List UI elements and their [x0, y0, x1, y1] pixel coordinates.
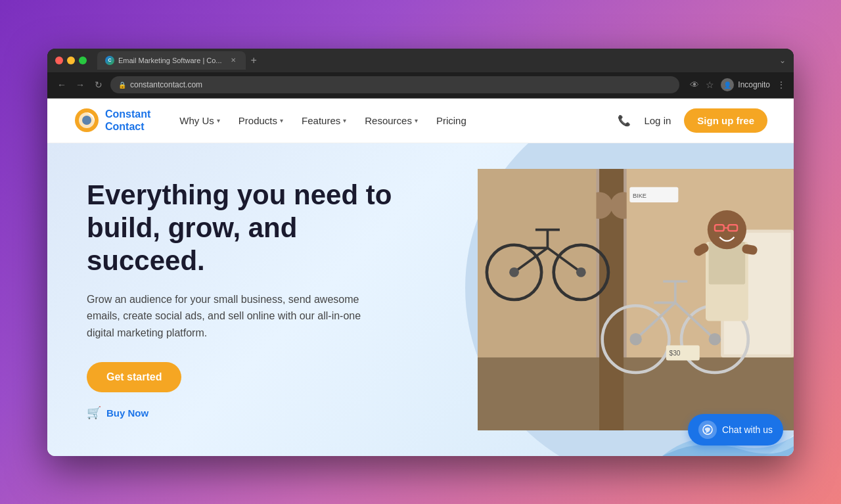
hero-section: Everything you need to build, grow, and … — [47, 143, 794, 456]
browser-window: C Email Marketing Software | Co... ✕ + ⌄… — [47, 49, 794, 456]
buy-now-link[interactable]: 🛒 Buy Now — [87, 405, 419, 420]
traffic-lights — [55, 57, 87, 64]
hero-headline: Everything you need to build, grow, and … — [87, 179, 419, 278]
chat-widget[interactable]: Chat with us — [688, 414, 783, 446]
nav-resources-label: Resources — [365, 115, 412, 126]
nav-pricing[interactable]: Pricing — [428, 110, 474, 131]
svg-point-19 — [509, 267, 519, 277]
maximize-button[interactable] — [79, 57, 87, 64]
phone-icon[interactable]: 📞 — [618, 114, 631, 127]
tab-favicon: C — [105, 56, 114, 65]
svg-point-29 — [708, 332, 721, 345]
chat-icon — [698, 421, 717, 439]
svg-point-34 — [708, 210, 746, 248]
nav-why-us[interactable]: Why Us ▾ — [171, 110, 228, 131]
nav-products[interactable]: Products ▾ — [231, 110, 291, 131]
minimize-button[interactable] — [67, 57, 75, 64]
address-bar-right: 👁 ☆ 👤 Incognito ⋮ — [690, 78, 786, 91]
features-chevron: ▾ — [343, 117, 346, 124]
forward-button[interactable]: → — [74, 80, 87, 90]
nav-products-label: Products — [239, 115, 277, 126]
back-button[interactable]: ← — [55, 80, 68, 90]
hero-subtitle: Grow an audience for your small business… — [87, 291, 376, 342]
hero-left: Everything you need to build, grow, and … — [47, 143, 458, 456]
nav-why-us-label: Why Us — [179, 115, 214, 126]
close-button[interactable] — [55, 57, 63, 64]
incognito-avatar: 👤 — [721, 78, 734, 91]
cart-icon: 🛒 — [87, 405, 101, 420]
login-button[interactable]: Log in — [641, 110, 673, 131]
address-input[interactable]: 🔒 constantcontact.com — [110, 76, 679, 93]
lock-icon: 🔒 — [118, 81, 126, 89]
browser-titlebar: C Email Marketing Software | Co... ✕ + ⌄ — [47, 49, 794, 72]
chat-label: Chat with us — [722, 424, 773, 435]
nav-features[interactable]: Features ▾ — [294, 110, 354, 131]
nav-resources[interactable]: Resources ▾ — [357, 110, 426, 131]
get-started-button[interactable]: Get started — [87, 362, 181, 392]
products-chevron: ▾ — [280, 117, 283, 124]
tab-bar: C Email Marketing Software | Co... ✕ + ⌄ — [97, 51, 786, 70]
svg-point-20 — [576, 267, 586, 277]
logo[interactable]: Constant Contact — [74, 107, 150, 133]
svg-text:BIKE: BIKE — [633, 193, 647, 199]
site-navigation: Constant Contact Why Us ▾ Products ▾ Fea… — [47, 99, 794, 143]
why-us-chevron: ▾ — [217, 117, 220, 124]
incognito-badge: 👤 Incognito — [721, 78, 770, 91]
logo-line2: Contact — [105, 120, 150, 133]
address-bar: ← → ↻ 🔒 constantcontact.com 👁 ☆ 👤 Incogn… — [47, 72, 794, 99]
new-tab-button[interactable]: + — [246, 55, 262, 66]
incognito-label: Incognito — [738, 80, 770, 89]
chat-bubble-icon — [702, 424, 713, 435]
buy-now-label: Buy Now — [106, 407, 148, 419]
nav-links: Why Us ▾ Products ▾ Features ▾ Resources… — [171, 110, 618, 131]
nav-right: 📞 Log in Sign up free — [618, 108, 767, 133]
reload-button[interactable]: ↻ — [92, 80, 105, 90]
url-text: constantcontact.com — [130, 80, 202, 89]
nav-pricing-label: Pricing — [436, 115, 466, 126]
hero-illustration: BIKE — [478, 143, 794, 456]
logo-text: Constant Contact — [105, 108, 150, 133]
logo-icon — [74, 107, 100, 133]
tab-expand-icon: ⌄ — [779, 56, 786, 65]
logo-line1: Constant — [105, 108, 150, 120]
nav-features-label: Features — [302, 115, 340, 126]
svg-point-28 — [629, 332, 642, 345]
svg-text:$30: $30 — [669, 350, 680, 357]
hero-right: BIKE — [458, 143, 794, 456]
resources-chevron: ▾ — [415, 117, 418, 124]
website-content: Constant Contact Why Us ▾ Products ▾ Fea… — [47, 99, 794, 456]
tab-close-button[interactable]: ✕ — [229, 56, 238, 65]
svg-rect-8 — [478, 169, 596, 357]
menu-icon[interactable]: ⋮ — [777, 80, 786, 90]
signup-button[interactable]: Sign up free — [684, 108, 767, 133]
tab-title: Email Marketing Software | Co... — [118, 57, 222, 64]
active-tab[interactable]: C Email Marketing Software | Co... ✕ — [97, 51, 246, 70]
eyeoff-icon: 👁 — [690, 80, 699, 90]
bookmark-icon[interactable]: ☆ — [706, 80, 714, 90]
